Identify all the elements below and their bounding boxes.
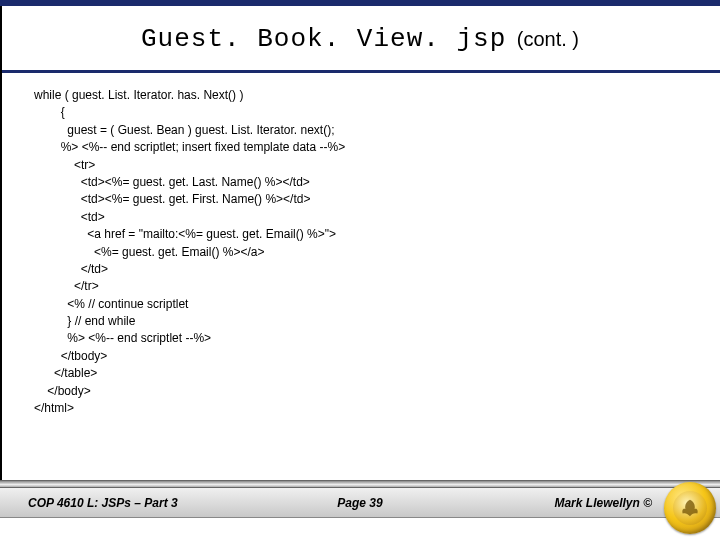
slide-title-main: Guest. Book. View. jsp: [141, 24, 506, 54]
footer-author: Mark Llewellyn ©: [554, 496, 652, 510]
footer-page-number: Page 39: [337, 496, 382, 510]
code-listing: while ( guest. List. Iterator. has. Next…: [0, 73, 720, 427]
footer-bar: COP 4610 L: JSPs – Part 3 Page 39 Mark L…: [0, 488, 720, 518]
footer: COP 4610 L: JSPs – Part 3 Page 39 Mark L…: [0, 480, 720, 540]
footer-course-title: COP 4610 L: JSPs – Part 3: [28, 496, 178, 510]
pegasus-icon: [679, 497, 701, 519]
left-border: [0, 6, 2, 480]
footer-bottom-space: [0, 518, 720, 540]
slide-title-cont: (cont. ): [517, 28, 579, 50]
ucf-pegasus-logo: [664, 482, 716, 534]
slide-title-area: Guest. Book. View. jsp (cont. ): [0, 6, 720, 68]
footer-divider-top: [0, 480, 720, 488]
